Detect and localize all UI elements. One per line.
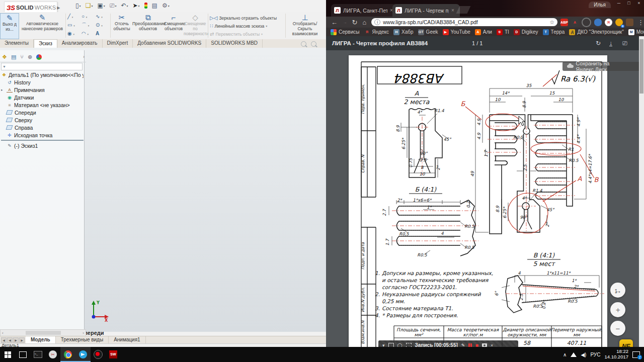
select-icon[interactable]: ➤▾ [132, 2, 139, 9]
panel-tabs-scroll-icon[interactable]: › [83, 54, 86, 59]
panel-scrollbar[interactable]: ‹ › [0, 329, 86, 336]
autodimension-button[interactable]: ✎ Автоматическое нанесение размеров [20, 13, 64, 32]
fillet-tool-icon[interactable]: ◠ ▾ [82, 30, 96, 38]
tree-item-origin[interactable]: ✛ Исходная точка [1, 131, 84, 139]
offset-entities-button[interactable]: ⌐ Смещение объектов [164, 13, 183, 32]
tab-animation[interactable]: Анимация1 [109, 336, 146, 344]
reload-icon[interactable]: ↻ [352, 19, 358, 26]
tree-item-material[interactable]: ≡ Материал <не указан> [1, 101, 84, 109]
open-icon[interactable]: ❏▾ [86, 2, 93, 9]
tab-features[interactable]: Элементы [0, 39, 34, 48]
bookmark-item[interactable]: ▶YouTube [443, 29, 470, 35]
appearances-tab-icon[interactable] [36, 54, 42, 60]
close-button[interactable]: × [634, 0, 644, 7]
undo-icon[interactable]: ↶▾ [121, 2, 128, 9]
bookmark-item[interactable]: MMouser [628, 29, 644, 35]
featuremanager-tab-icon[interactable]: ❖ [2, 54, 7, 60]
menu-dots-icon[interactable]: ⋮ [637, 19, 644, 26]
volume-icon[interactable]: ◀) [581, 352, 586, 357]
zoom-out-button[interactable]: − [610, 321, 625, 336]
bookmark-item[interactable]: Сервисы [331, 29, 359, 35]
lens-extension-icon[interactable] [594, 19, 602, 26]
solidworks-taskbar-icon[interactable]: SW [106, 347, 121, 362]
zoom-in-button[interactable]: ＋ [610, 302, 625, 317]
tree-filter-input[interactable]: ▼ [1, 63, 83, 70]
logo-expand-icon[interactable]: ▶ [57, 6, 60, 10]
download-icon[interactable]: ↓ [609, 41, 612, 46]
browser-tab-2-active[interactable]: Л ЛИГРА - Чертеж профи × [392, 4, 460, 17]
address-bar[interactable]: i www.ligra-spb.ru/CAD/AB3884_CAD.pdf ☆ [371, 18, 557, 26]
circle-tool-icon[interactable]: ○ ▾ [82, 13, 96, 21]
adblock-extension-icon[interactable]: ABP [560, 19, 568, 26]
propertymanager-tab-icon[interactable]: ▤ [11, 54, 16, 60]
recorder-taskbar-icon[interactable] [91, 347, 106, 362]
convert-entities-button[interactable]: ⧉ Преобразование объектов [132, 13, 164, 32]
minimize-button[interactable]: ─ [614, 0, 624, 7]
fit-page-button[interactable]: ↔↕ [610, 283, 625, 298]
tab-mbd[interactable]: SOLIDWORKS MBD [206, 39, 263, 48]
bookmark-item[interactable]: GTGeek [418, 29, 438, 35]
bookmark-item[interactable]: HХабр [393, 29, 414, 35]
extension-icon[interactable] [582, 18, 591, 27]
bookmark-item[interactable]: ЯЯндекс [364, 29, 389, 35]
bookmark-item[interactable]: AАли [475, 29, 492, 35]
rotate-icon[interactable]: ↻ [596, 40, 601, 47]
home-icon[interactable]: ⌂ [362, 19, 366, 26]
configurations-tab-icon[interactable]: ⑂ [20, 54, 24, 60]
save-icon[interactable]: ▣▾ [97, 2, 105, 9]
linear-pattern-button[interactable]: ∷ Линейный массив эскиза ▾ [210, 23, 267, 29]
bookmark-item[interactable]: ТТерра [543, 29, 565, 35]
rollback-bar[interactable] [1, 140, 84, 141]
tree-item-sensors[interactable]: ◉ Датчики [1, 94, 84, 101]
new-document-icon[interactable]: ▯▾ [75, 2, 81, 9]
bookmark-star-icon[interactable]: ☆ [549, 19, 554, 26]
settings-gear-icon[interactable]: ⚙▾ [162, 2, 170, 9]
browser-tab-1[interactable]: Л ЛИГРА, Санкт-Петербур × [331, 4, 396, 17]
page-info-icon[interactable]: i [374, 19, 380, 25]
display-relations-button[interactable]: ⊥ Отобразить/Скрыть взаимосвязи [287, 13, 323, 36]
screenshot-app-icon[interactable]: ✂ [45, 347, 60, 362]
telegram-taskbar-icon[interactable] [75, 347, 91, 362]
console-app-icon[interactable]: >_ [30, 347, 45, 362]
recorder-screenshot-icon[interactable] [482, 343, 487, 347]
zoom-fit-icon[interactable] [301, 41, 306, 47]
tree-item-annotations[interactable]: ▸A Примечания [1, 86, 84, 94]
wallet-extension-icon[interactable] [626, 19, 633, 26]
ellipse-tool-icon[interactable]: ⊙ ▾ [96, 22, 110, 29]
tree-item-history[interactable]: ↺ History [1, 78, 84, 86]
close-tab-icon[interactable]: × [451, 8, 454, 13]
tree-item-top-plane[interactable]: Сверху [1, 116, 84, 124]
yandex-extension-icon[interactable]: Я [605, 19, 612, 26]
coin-extension-icon[interactable]: 0 [615, 19, 623, 26]
mirror-entities-button[interactable]: ▷◁ Зеркально отразить объекты [210, 15, 277, 21]
profile-chip[interactable]: Илья [589, 2, 611, 8]
rebuild-icon[interactable] [144, 3, 147, 9]
tab-dimxpert[interactable]: DimXpert [103, 39, 133, 48]
action-center-icon[interactable]: 2 [632, 351, 640, 358]
scrollbar-thumb[interactable] [639, 39, 643, 94]
yandex-disk-save-overlay[interactable]: Сохранить на Яндекс.Диск [562, 62, 644, 71]
tree-root-part[interactable]: ❖ Деталь1 (По умолчанию<<По умолча [1, 71, 84, 78]
exit-sketch-button[interactable]: ✎ Выхо д из... [0, 13, 19, 39]
tab-evaluate[interactable]: Анализировать [57, 39, 103, 48]
print-icon[interactable]: ⎚▾ [110, 2, 117, 9]
tab-model[interactable]: Модель [26, 336, 56, 344]
line-tool-icon[interactable]: ╱ ▾ [67, 13, 82, 21]
pdf-viewer-area[interactable]: АВ3884 Ra 6.3(√) А 2 места Б (4:1) В (4:… [326, 50, 644, 347]
bookmark-item[interactable]: tiTI [497, 29, 509, 35]
page-scrollbar[interactable] [639, 36, 644, 347]
wifi-icon[interactable] [571, 352, 577, 357]
tray-expand-icon[interactable]: ∧ [563, 352, 567, 357]
task-view-button[interactable] [15, 347, 30, 362]
tree-item-right-plane[interactable]: Справа [1, 124, 84, 131]
scroll-right-icon[interactable]: › [83, 331, 84, 335]
expander-icon[interactable]: ▸ [1, 88, 5, 92]
tab-sketch[interactable]: Эскиз [34, 39, 57, 48]
options-list-icon[interactable]: ▤ [152, 2, 157, 9]
tab-addins[interactable]: Добавления SOLIDWORKS [133, 39, 206, 48]
text-tool-icon[interactable]: А [96, 30, 110, 38]
zoom-area-icon[interactable] [311, 41, 316, 47]
acrobat-extension-icon[interactable]: A [571, 19, 579, 26]
back-icon[interactable]: ← [331, 19, 338, 26]
arc-tool-icon[interactable]: ⌒ ▾ [82, 22, 96, 29]
